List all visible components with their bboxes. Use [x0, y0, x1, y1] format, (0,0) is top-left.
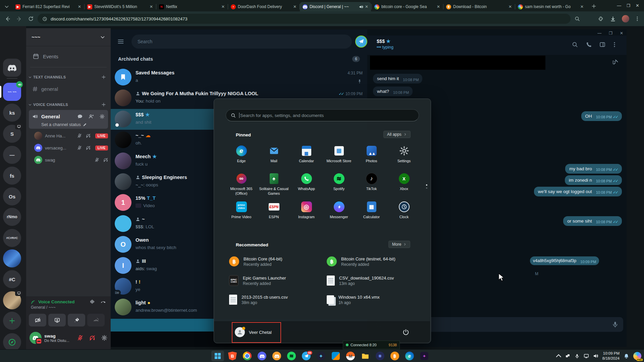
tg-maximize-button[interactable]: ❐: [609, 31, 612, 36]
screenshare-button[interactable]: [48, 314, 66, 326]
forward-button[interactable]: [16, 16, 22, 22]
taskbar-atomic-wallet-button[interactable]: ✳: [374, 351, 386, 361]
telegram-update-button[interactable]: [355, 36, 367, 48]
back-button[interactable]: [5, 16, 10, 22]
taskbar-exodus-dark-button[interactable]: ✦: [418, 351, 431, 361]
user-settings-button[interactable]: [101, 335, 107, 341]
pinned-app[interactable]: ⊞Microsoft Store: [323, 145, 355, 164]
notification-bell-icon[interactable]: [624, 353, 629, 359]
menu-hamburger-icon[interactable]: [117, 38, 124, 45]
power-button[interactable]: [402, 329, 409, 336]
voice-record-icon[interactable]: [612, 321, 619, 328]
browser-tab[interactable]: Gsam lsesin net worth - Go✕: [515, 2, 586, 11]
server-button[interactable]: S: [3, 125, 21, 143]
recommended-item[interactable]: CSV_download_190624.csv13m ago: [327, 273, 421, 288]
tab-close-icon[interactable]: ✕: [580, 4, 584, 9]
taskbar-telegram-button[interactable]: 66: [300, 351, 313, 361]
mute-button[interactable]: [77, 335, 83, 341]
pinned-app[interactable]: ♠Solitaire & Casual Games: [258, 173, 290, 196]
recommended-item[interactable]: ฿Bitcoin Core (64-bit)Recently added: [229, 254, 323, 269]
pinned-app[interactable]: ∞Microsoft 365 (Office): [225, 173, 258, 196]
server-button[interactable]: ks: [3, 104, 21, 122]
conversation-menu-icon[interactable]: [611, 42, 618, 48]
new-tab-button[interactable]: [591, 4, 596, 9]
taskbar-monero-button[interactable]: M: [344, 351, 357, 361]
tab-close-icon[interactable]: ✕: [221, 4, 225, 9]
server-button[interactable]: [3, 291, 21, 309]
browser-tab[interactable]: Gbitcoin core - Google Sea✕: [372, 2, 443, 11]
outgoing-message[interactable]: OH10:08 PM ✓✓: [581, 111, 622, 121]
pinned-app[interactable]: ♪TikTok: [355, 173, 388, 191]
tab-close-icon[interactable]: ✕: [365, 4, 368, 9]
browser-tab[interactable]: ◗DoorDash Food Delivery✕: [228, 2, 299, 11]
camera-button[interactable]: [29, 314, 46, 326]
tab-close-icon[interactable]: ✕: [508, 4, 512, 9]
voice-member-row[interactable]: Anne Ha...LIVE: [34, 131, 108, 141]
outgoing-message[interactable]: my bad bro10:08 PM ✓✓: [565, 164, 622, 174]
pinned-app[interactable]: ▦Calculator: [355, 201, 388, 220]
tab-close-icon[interactable]: ✕: [78, 4, 81, 9]
recommended-item[interactable]: ฿Bitcoin Core (testnet, 64-bit)Recently …: [327, 254, 421, 269]
profile-avatar[interactable]: [622, 15, 629, 22]
channel-item-general[interactable]: general: [29, 83, 108, 95]
window-close-button[interactable]: ✕: [636, 3, 639, 8]
discord-home-button[interactable]: [3, 59, 21, 77]
add-server-button[interactable]: [3, 312, 21, 330]
server-button[interactable]: —: [3, 146, 21, 164]
pinned-app[interactable]: Mail: [258, 145, 290, 164]
tray-mic-icon[interactable]: [575, 354, 580, 359]
copilot-button[interactable]: PRE: [633, 352, 641, 360]
tg-close-button[interactable]: ✕: [620, 31, 623, 36]
address-bar[interactable]: discord.com/channels/1273094426226327582…: [38, 14, 571, 24]
start-search-input[interactable]: Search for apps, settings, and documents: [226, 109, 419, 121]
chat-list-item[interactable]: Saved Messagesa4:31 PM: [111, 67, 367, 88]
recommended-item[interactable]: Windows 10 x64.vmx1h ago: [327, 292, 421, 307]
tray-clock[interactable]: 10:09 PM8/18/2024: [602, 351, 620, 361]
outgoing-message[interactable]: or some siht10:08 PM ✓✓: [563, 216, 622, 226]
pinned-app[interactable]: ▦Calendar: [290, 145, 323, 164]
taskbar-chrome-button[interactable]: [241, 351, 254, 361]
deafen-button[interactable]: [89, 335, 95, 341]
server-button[interactable]: [3, 249, 21, 267]
conversation-header[interactable]: $$$ ★••• typing: [367, 36, 627, 55]
server-button[interactable]: rNmo: [3, 208, 21, 226]
window-maximize-button[interactable]: ❐: [627, 3, 630, 8]
browser-tab[interactable]: ฿Download - Bitcoin✕: [443, 2, 515, 11]
voice-member-row[interactable]: swag: [34, 155, 108, 165]
archived-chats-header[interactable]: Archived chats: [118, 56, 153, 62]
browser-tab[interactable]: NNetflix✕: [156, 2, 227, 11]
more-button[interactable]: More: [388, 241, 410, 248]
tab-close-icon[interactable]: ✕: [437, 4, 440, 9]
call-icon[interactable]: [586, 42, 592, 48]
explore-servers-button[interactable]: [3, 333, 21, 351]
user-avatar[interactable]: [30, 332, 42, 344]
outgoing-message[interactable]: im zonedi n10:08 PM ✓✓: [565, 175, 622, 185]
incoming-message[interactable]: send him it10:08 PM: [373, 74, 422, 83]
taskbar-exodus-button[interactable]: ✦: [315, 351, 327, 361]
recommended-item[interactable]: EPICGAMESEpic Games LauncherRecently add…: [229, 273, 323, 288]
taskbar-edge-button[interactable]: e: [403, 351, 416, 361]
pinned-app[interactable]: ESPNESPN: [258, 201, 290, 220]
activities-button[interactable]: [68, 314, 85, 326]
tab-close-icon[interactable]: ✕: [293, 4, 297, 9]
tray-chevron-icon[interactable]: [556, 354, 561, 359]
browser-tab[interactable]: ▶Ferrari 812 Superfast Revi✕: [13, 2, 84, 11]
text-channels-section[interactable]: TEXT CHANNELS: [28, 73, 109, 81]
pinned-app[interactable]: ▲▴Photos: [355, 145, 388, 164]
taskbar-start-button[interactable]: [211, 351, 224, 361]
server-button[interactable]: #C#R#C: [3, 229, 21, 247]
tray-display-icon[interactable]: [584, 353, 589, 359]
taskbar-discord-orange-button[interactable]: [270, 351, 283, 361]
voice-member-row[interactable]: versaceg...LIVE: [34, 143, 108, 153]
active-server-button[interactable]: ~~ ~~: [3, 83, 21, 101]
pinned-app[interactable]: ≋Spotify: [323, 173, 355, 191]
server-button[interactable]: #C: [3, 270, 21, 288]
window-minimize-button[interactable]: —: [617, 3, 621, 8]
pinned-app[interactable]: ◎Instagram: [290, 201, 323, 220]
conversation-search-icon[interactable]: [572, 42, 578, 48]
pinned-app[interactable]: WhatsApp: [290, 173, 323, 191]
pinned-pager-dots[interactable]: [426, 184, 427, 189]
outgoing-message-partial[interactable]: v4a8h5xg9l5hj68maf3p10:09 PM: [530, 256, 599, 265]
tg-minimize-button[interactable]: —: [597, 31, 601, 36]
server-button[interactable]: fs: [3, 167, 21, 185]
